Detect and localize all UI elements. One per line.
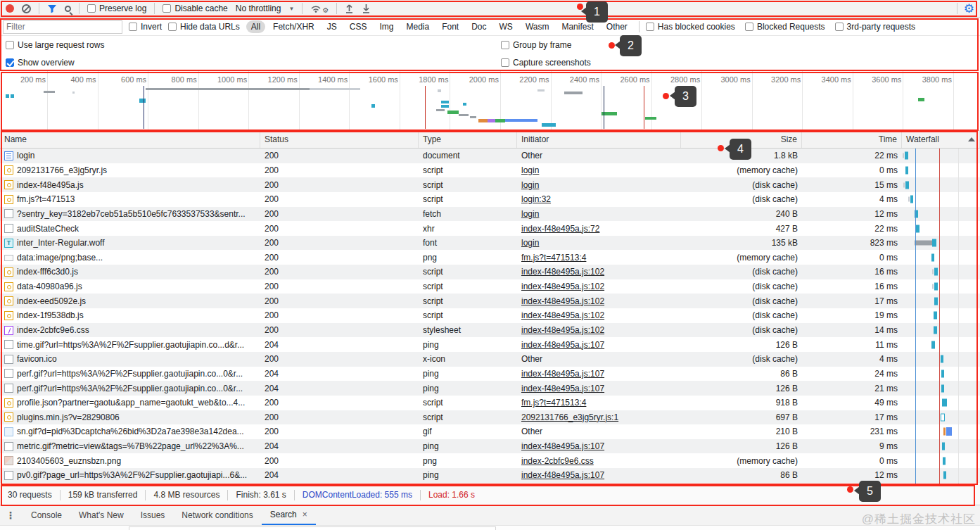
import-har-button[interactable]	[345, 4, 354, 13]
column-header-initiator[interactable]: Initiator	[517, 130, 681, 148]
name-cell[interactable]: index-fff6c3d0.js	[0, 265, 260, 279]
table-row[interactable]: inter_Inter-Regular.woff200fontlogin135 …	[0, 236, 980, 251]
initiator-link[interactable]: index-f48e495a.js:107	[521, 384, 604, 393]
name-cell[interactable]: perf.gif?url=https%3A%2F%2Fsupplier.gaot…	[0, 367, 260, 381]
name-cell[interactable]: favicon.ico	[0, 352, 260, 367]
tab-what-s-new[interactable]: What's New	[70, 505, 132, 525]
initiator-link[interactable]: fm.js?t=471513:4	[521, 253, 586, 263]
initiator-link[interactable]: index-f48e495a.js:102	[521, 282, 604, 291]
show-overview-checkbox[interactable]: Show overview	[6, 58, 75, 68]
column-header-type[interactable]: Type	[419, 130, 517, 148]
name-cell[interactable]: profile.json?partner=gaotu&app_name=gaot…	[0, 396, 260, 410]
tab-network-conditions[interactable]: Network conditions	[173, 505, 261, 525]
table-row[interactable]: data-40980a96.js200scriptindex-f48e495a.…	[0, 279, 980, 294]
name-cell[interactable]: inter_Inter-Regular.woff	[0, 236, 260, 251]
initiator-link[interactable]: index-f48e495a.js:107	[521, 369, 604, 379]
table-row[interactable]: 2092131766_e3jg5ryr.js200scriptlogin(mem…	[0, 163, 980, 178]
type-filter-other[interactable]: Other	[602, 20, 632, 33]
initiator-link[interactable]: login	[521, 238, 539, 248]
name-cell[interactable]: index-2cbfc9e6.css	[0, 323, 260, 338]
initiator-link[interactable]: fm.js?t=471513:4	[521, 398, 586, 408]
name-cell[interactable]: data-40980a96.js	[0, 279, 260, 294]
initiator-link[interactable]: index-f48e495a.js:107	[521, 441, 604, 451]
name-cell[interactable]: time.gif?url=https%3A%2F%2Fsupplier.gaot…	[0, 337, 260, 352]
type-filter-js[interactable]: JS	[322, 20, 342, 33]
close-icon[interactable]: ×	[303, 510, 307, 519]
initiator-link[interactable]: login	[521, 180, 539, 190]
type-filter-doc[interactable]: Doc	[466, 20, 491, 33]
table-row[interactable]: favicon.ico200x-iconOther(disk cache)4 m…	[0, 352, 980, 367]
table-row[interactable]: pv0.gif?page_url=https%3A%2F%2Fsupplier.…	[0, 468, 980, 483]
network-overview-timeline[interactable]: 200 ms400 ms600 ms800 ms1000 ms1200 ms14…	[0, 71, 980, 131]
hide-data-urls-checkbox[interactable]: Hide data URLs	[168, 22, 240, 32]
initiator-link[interactable]: login	[521, 165, 539, 175]
tab-search[interactable]: Search×	[262, 505, 316, 525]
table-row[interactable]: metric.gif?metric=view&tags=%7B%22page_u…	[0, 439, 980, 454]
name-cell[interactable]: sn.gif?d=pid%3Dcaptcha%26bid%3D2a7ae398e…	[0, 424, 260, 439]
name-cell[interactable]: pv0.gif?page_url=https%3A%2F%2Fsupplier.…	[0, 468, 260, 483]
blocked-requests-checkbox[interactable]: Blocked Requests	[745, 22, 825, 32]
table-row[interactable]: perf.gif?url=https%3A%2F%2Fsupplier.gaot…	[0, 381, 980, 396]
column-header-status[interactable]: Status	[260, 130, 419, 148]
type-filter-wasm[interactable]: Wasm	[521, 20, 554, 33]
table-row[interactable]: index-f48e495a.js200scriptlogin(disk cac…	[0, 177, 980, 192]
name-cell[interactable]: 2103405603_euznsbzn.png	[0, 453, 260, 468]
invert-checkbox[interactable]: Invert	[129, 22, 162, 32]
name-cell[interactable]: fm.js?t=471513	[0, 192, 260, 207]
initiator-link[interactable]: login	[521, 209, 539, 219]
initiator-link[interactable]: index-f48e495a.js:72	[521, 224, 599, 234]
table-row[interactable]: perf.gif?url=https%3A%2F%2Fsupplier.gaot…	[0, 367, 980, 381]
name-cell[interactable]: ?sentry_key=3182eb7ceb51a5b510e5fc763353…	[0, 207, 260, 222]
name-cell[interactable]: plugins.min.js?v=28290806	[0, 410, 260, 425]
table-row[interactable]: data:image/png;base...200pngfm.js?t=4715…	[0, 250, 980, 265]
record-button[interactable]	[6, 4, 14, 13]
table-row[interactable]: sn.gif?d=pid%3Dcaptcha%26bid%3D2a7ae398e…	[0, 424, 980, 439]
filter-input[interactable]	[3, 20, 122, 34]
use-large-rows-checkbox[interactable]: Use large request rows	[6, 40, 104, 50]
initiator-link[interactable]: index-f48e495a.js:102	[521, 310, 604, 320]
column-header-name[interactable]: Name	[0, 130, 260, 148]
name-cell[interactable]: index-f48e495a.js	[0, 177, 260, 192]
name-cell[interactable]: metric.gif?metric=view&tags=%7B%22page_u…	[0, 439, 260, 454]
network-conditions-button[interactable]: ⚙	[310, 3, 329, 14]
initiator-link[interactable]: index-f48e495a.js:107	[521, 340, 604, 350]
capture-screenshots-checkbox[interactable]: Capture screenshots	[501, 58, 591, 68]
clear-button[interactable]	[22, 4, 31, 13]
name-cell[interactable]: index-eed5092e.js	[0, 294, 260, 308]
name-cell[interactable]: perf.gif?url=https%3A%2F%2Fsupplier.gaot…	[0, 381, 260, 396]
name-cell[interactable]: data:image/png;base...	[0, 250, 260, 265]
table-row[interactable]: fm.js?t=471513200scriptlogin:32(disk cac…	[0, 192, 980, 207]
type-filter-fetch-xhr[interactable]: Fetch/XHR	[268, 20, 319, 33]
name-cell[interactable]: login	[0, 149, 260, 163]
column-header-waterfall[interactable]: Waterfall	[902, 130, 980, 148]
type-filter-css[interactable]: CSS	[345, 20, 372, 33]
table-row[interactable]: profile.json?partner=gaotu&app_name=gaot…	[0, 396, 980, 410]
tab-console[interactable]: Console	[23, 505, 70, 525]
type-filter-manifest[interactable]: Manifest	[556, 20, 598, 33]
type-filter-all[interactable]: All	[246, 20, 265, 33]
initiator-link[interactable]: index-f48e495a.js:102	[521, 325, 604, 335]
type-filter-media[interactable]: Media	[401, 20, 434, 33]
initiator-link[interactable]: index-f48e495a.js:102	[521, 267, 604, 277]
initiator-link[interactable]: index-f48e495a.js:102	[521, 296, 604, 306]
table-row[interactable]: time.gif?url=https%3A%2F%2Fsupplier.gaot…	[0, 337, 980, 352]
initiator-link[interactable]: 2092131766_e3jg5ryr.js:1	[521, 412, 618, 422]
group-by-frame-checkbox[interactable]: Group by frame	[501, 40, 571, 50]
name-cell[interactable]: 2092131766_e3jg5ryr.js	[0, 163, 260, 178]
table-row[interactable]: plugins.min.js?v=28290806200script209213…	[0, 410, 980, 425]
initiator-link[interactable]: index-f48e495a.js:107	[521, 470, 604, 480]
preserve-log-checkbox[interactable]: Preserve log	[87, 4, 146, 13]
export-har-button[interactable]	[362, 4, 371, 13]
search-button[interactable]	[65, 6, 71, 12]
settings-button[interactable]: ⚙	[964, 3, 974, 15]
kebab-menu-icon[interactable]: ⋮	[0, 510, 23, 521]
table-row[interactable]: auditStateCheck200xhrindex-f48e495a.js:7…	[0, 221, 980, 236]
table-row[interactable]: index-fff6c3d0.js200scriptindex-f48e495a…	[0, 265, 980, 279]
3rd-party-requests-checkbox[interactable]: 3rd-party requests	[835, 22, 915, 32]
initiator-link[interactable]: index-2cbfc9e6.css	[521, 456, 594, 466]
table-row[interactable]: login200documentOther1.8 kB22 ms	[0, 149, 980, 163]
tab-issues[interactable]: Issues	[132, 505, 174, 525]
column-header-time[interactable]: Time	[802, 130, 902, 148]
table-row[interactable]: 2103405603_euznsbzn.png200pngindex-2cbfc…	[0, 453, 980, 468]
initiator-link[interactable]: login:32	[521, 194, 551, 204]
